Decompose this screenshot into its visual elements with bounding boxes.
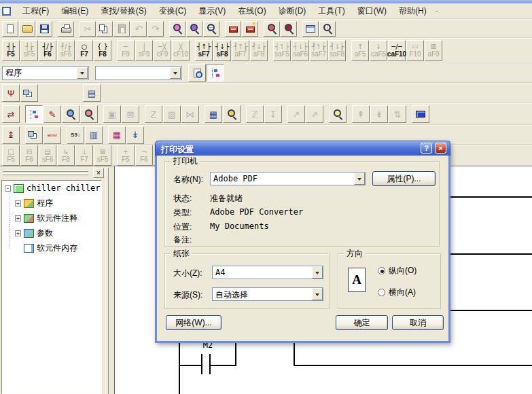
circuit-zoom2-button[interactable] [281,21,297,37]
redo-button[interactable]: ↷ [147,21,164,37]
chevron-down-icon[interactable] [312,266,323,279]
portrait-option[interactable]: 纵向(O) [378,265,416,276]
statement-list-button[interactable]: ▤ [83,84,101,102]
menu-item[interactable]: 变换(C) [153,4,193,18]
ladder-block-button[interactable]: ▥ [85,126,103,144]
transfer-setup-button[interactable]: ▦ [205,105,222,123]
network-button[interactable]: 网络(W)... [166,315,221,330]
window-copy-button[interactable] [25,126,43,144]
fkey-button[interactable]: { }F8 [94,40,111,61]
sfc-button[interactable]: +F5 [117,145,135,166]
tree-item[interactable]: + 软元件注释 [2,211,101,226]
dialog-close-button[interactable]: × [435,143,446,154]
instruction-find-button[interactable] [203,21,219,37]
device-batch-button[interactable]: S9↓ [67,126,84,144]
sfc-button[interactable]: ⊟F6 [20,145,38,166]
fkey-button[interactable]: ▭F10 [406,40,424,61]
printer-properties-button[interactable]: 属性(P)... [372,171,436,186]
menu-item[interactable]: 诊断(D) [272,4,313,18]
chevron-down-icon[interactable] [170,67,181,79]
sampling-find-button[interactable] [329,105,347,123]
project-tree-toggle-button[interactable] [207,64,224,82]
save-project-button[interactable] [36,21,52,37]
chevron-down-icon[interactable] [77,67,88,79]
menu-item[interactable]: 工具(T) [312,4,351,18]
find-button[interactable] [169,21,185,37]
undo-button[interactable]: ↶ [130,21,147,37]
fkey-button[interactable]: │sF9 [135,40,153,61]
monitor-button[interactable]: ▣ [103,105,121,123]
monitor-stop-button[interactable]: ⊠ [122,105,139,123]
menu-item[interactable]: 窗口(W) [351,4,393,18]
tree-collapse-icon[interactable]: - [5,185,11,192]
screen-switch-button[interactable] [302,21,319,37]
fkey-button[interactable]: ○F7 [75,40,93,61]
fkey-button[interactable]: ┦⇂┟saF8 [328,40,346,61]
project-tree[interactable]: - chiller chiller + 程序 + 软元件注释 [1,180,102,394]
io-updown-button[interactable]: ⇅ [389,105,406,123]
menu-item[interactable]: 工程(F) [16,4,55,18]
landscape-option[interactable]: 横向(A) [378,287,416,298]
open-project-button[interactable] [19,21,35,37]
copy-button[interactable] [96,21,113,37]
fkey-button[interactable]: ⊠aF9 [425,40,442,61]
fkey-button[interactable]: ┦┟sF5 [20,40,38,61]
printer-name-combo[interactable]: Adobe PDF [210,172,366,185]
fkey-button[interactable]: ─╳cF9 [154,40,171,61]
panel-close-button[interactable]: × [93,168,104,178]
step-run-button[interactable]: ℤ [246,105,264,123]
fkey-button[interactable]: ┤/├F6 [39,40,56,61]
sfc-button[interactable]: ¬F6 [135,145,153,166]
find-page-button[interactable] [62,105,79,123]
paste-button[interactable] [113,21,130,37]
fkey-button[interactable]: ┤⇂├saF6 [291,40,309,61]
menu-item[interactable]: 帮助(H) [393,4,433,18]
fkey-button[interactable]: ↑aF5 [351,40,369,61]
sfc-button[interactable]: □F5 [2,145,20,166]
cancel-button[interactable]: 取消 [392,315,444,330]
read-plc-button[interactable]: ▨ [163,105,181,123]
circuit-find-button[interactable] [319,21,336,37]
fkey-button[interactable]: ─∕─caF10 [388,40,406,61]
panel-grip[interactable] [3,170,88,172]
sfc-button[interactable]: ↳F8 [57,145,75,166]
device-find-button[interactable] [186,21,202,37]
fkey-button[interactable]: ┦↓┟aF8 [250,40,268,61]
window-jump-button[interactable]: ↗ [287,105,305,123]
device-test-star-button[interactable] [242,21,258,37]
fkey-button[interactable]: ┤↓├sF8 [213,40,231,61]
dialog-help-button[interactable]: ? [421,143,432,154]
panel-grip[interactable] [3,173,88,175]
chevron-down-icon[interactable] [312,288,323,300]
data-name-combo[interactable] [95,66,182,80]
verify-button[interactable]: ⋈ [181,105,199,123]
radio-icon[interactable] [378,289,385,296]
sfc-button[interactable]: ⊠sF5 [94,145,111,166]
device-test-button[interactable] [225,21,241,37]
fkey-button[interactable]: ┦↿┟saF7 [310,40,327,61]
menu-item[interactable]: 查找/替换(S) [94,4,152,18]
fkey-button[interactable]: ┤├F5 [2,40,20,61]
data-type-combo[interactable]: 程序 [2,66,89,80]
error-check-button[interactable]: error [43,126,61,144]
fkey-button[interactable]: ─F9 [117,40,135,61]
window-split-button[interactable] [20,84,38,102]
dialog-titlebar[interactable]: 打印设置 [155,141,450,156]
project-data-list-button[interactable] [25,105,43,123]
tree-expand-icon[interactable]: + [15,215,21,221]
tree-item[interactable]: + 参数 [2,226,101,240]
fkey-button[interactable]: ┤↑├sF7 [195,40,213,61]
paper-source-combo[interactable]: 自动选择 [212,287,323,301]
chevron-down-icon[interactable] [354,173,365,185]
sfc-button[interactable]: ▤sF6 [39,145,56,166]
grid-color-button[interactable]: ▦ [108,126,126,144]
tree-expand-icon[interactable]: + [15,230,21,236]
radio-selected-icon[interactable] [378,267,385,274]
menu-item[interactable]: 编辑(E) [55,4,94,18]
sfc-button[interactable]: ⊥F7 [75,145,93,166]
fkey-button[interactable]: ╳cF10 [172,40,190,61]
tree-root-item[interactable]: - chiller chiller [2,181,101,196]
monitor-screen-button[interactable] [412,105,429,123]
paper-size-combo[interactable]: A4 [212,266,323,279]
clock-find-button[interactable] [223,105,241,123]
